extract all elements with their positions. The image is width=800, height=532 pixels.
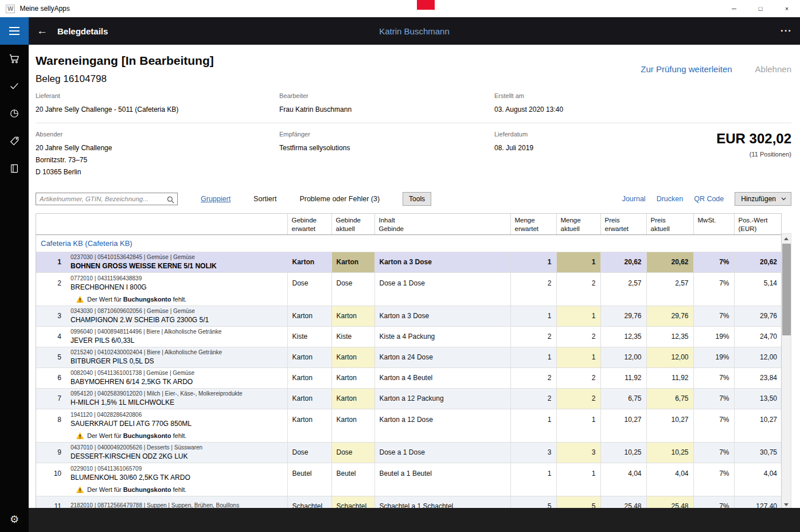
cell-gebinde-aktuell: Beutel	[331, 463, 374, 483]
journal-link[interactable]: Journal	[622, 195, 646, 203]
window-title: Meine sellyApps	[19, 5, 69, 13]
warning-empty-cell	[556, 293, 600, 306]
warning-empty-cell	[510, 293, 556, 306]
cell-mwst: 7%	[693, 272, 734, 293]
forward-for-review-link[interactable]: Zur Prüfung weiterleiten	[641, 64, 732, 74]
sidebar-item-journal[interactable]	[0, 155, 29, 182]
cell-menge-erwartet: 1	[510, 347, 556, 367]
cell-menge-erwartet: 1	[510, 252, 556, 272]
cell-menge-erwartet: 1	[510, 463, 556, 483]
print-link[interactable]: Drucken	[657, 195, 684, 203]
table-row[interactable]: 50215240 | 04102430002404 | Biere | Alko…	[36, 347, 782, 367]
sidebar-item-tasks[interactable]	[0, 72, 29, 100]
scroll-down-arrow[interactable]	[782, 500, 791, 508]
cell-preis-erwartet: 4,04	[600, 463, 646, 483]
cell-mwst: 7%	[693, 409, 734, 429]
scroll-up-arrow[interactable]	[782, 234, 791, 243]
grouped-link[interactable]: Gruppiert	[201, 195, 231, 203]
vertical-scrollbar[interactable]	[782, 233, 791, 508]
document-actions: Zur Prüfung weiterleitenAblehnen	[641, 64, 791, 74]
tools-button[interactable]: Tools	[403, 192, 431, 206]
table-row[interactable]: 10237030 | 05410153642845 | Gemüse | Gem…	[36, 252, 782, 272]
cell-gebinde-erwartet: Beutel	[287, 463, 331, 483]
cell-gebinde-aktuell: Karton	[331, 367, 374, 388]
info-row-1: Lieferant 20 Jahre Selly Challenge - 501…	[36, 85, 791, 123]
info-value: Frau Katrin Buschmann	[279, 104, 494, 116]
article-meta: 1941120 | 04028286420806	[71, 412, 283, 418]
reject-link[interactable]: Ablehnen	[755, 64, 791, 74]
cell-menge-aktuell: 2	[556, 367, 600, 388]
minimize-button[interactable]: ─	[721, 0, 747, 17]
sidebar-item-menu[interactable]	[0, 17, 29, 45]
warning-empty-cell	[600, 429, 646, 442]
article-name: SAUERKRAUT DELI ATG 770G 850ML	[71, 420, 283, 428]
table-row[interactable]: 100229010 | 05411361065709BLUMENKOHL 30/…	[36, 463, 782, 483]
chevron-down-icon	[781, 197, 786, 201]
table-row[interactable]: 40996040 | 04008948114496 | Biere | Alko…	[36, 326, 782, 347]
sidebar-item-labels[interactable]	[0, 127, 29, 155]
cell-warning: Der Wert für Buchungskonto fehlt.	[66, 483, 287, 496]
cell-gebinde-aktuell: Kiste	[331, 326, 374, 347]
table-row[interactable]: 20772010 | 04311596438839BRECHBOHNEN I 8…	[36, 272, 782, 293]
window-controls: ─ □ ×	[721, 0, 800, 17]
search-icon[interactable]	[167, 195, 174, 206]
page-content: Wareneingang [In Bearbeitung] Beleg 1610…	[29, 45, 800, 508]
qr-code-link[interactable]: QR Code	[694, 195, 724, 203]
table-row[interactable]: 112182010 | 08712566479788 | Suppen | Su…	[36, 496, 782, 508]
warning-empty-cell	[331, 293, 374, 306]
cell-gebinde-erwartet: Kiste	[287, 326, 331, 347]
article-name: BLUMENKOHL 30/60 2,5KG TK ARDO	[71, 474, 283, 482]
warning-icon	[76, 432, 84, 439]
cell-preis-aktuell: 25,48	[646, 496, 693, 508]
sidebar-item-cart[interactable]	[0, 45, 29, 72]
cell-gebinde-erwartet: Dose	[287, 442, 331, 463]
sorted-link[interactable]: Sortiert	[253, 195, 276, 203]
warning-empty-cell	[734, 429, 782, 442]
cell-gebinde-erwartet: Dose	[287, 272, 331, 293]
close-button[interactable]: ×	[774, 0, 800, 17]
warning-spacer	[36, 429, 66, 442]
scrollbar-track[interactable]	[782, 243, 791, 500]
cell-menge-aktuell: 1	[556, 463, 600, 483]
cell-gebinde-erwartet: Karton	[287, 306, 331, 326]
gear-icon: ⚙	[10, 513, 19, 526]
add-button[interactable]: Hinzufügen	[735, 192, 791, 206]
table-row[interactable]: 60082040 | 05411361001738 | Gemüse | Gem…	[36, 367, 782, 388]
article-meta: 2182010 | 08712566479788 | Suppen | Supp…	[71, 502, 283, 508]
cell-article: 0772010 | 04311596438839BRECHBOHNEN I 80…	[66, 272, 287, 293]
column-header: Menge erwartet	[510, 214, 556, 234]
cell-gebinde-aktuell: Dose	[331, 442, 374, 463]
sidebar-item-reports[interactable]	[0, 100, 29, 127]
group-header-label: Cafeteria KB (Cafeteria KB)	[36, 234, 782, 252]
table-row[interactable]: 30343030 | 08710609602056 | Gemüse | Gem…	[36, 306, 782, 326]
cell-menge-erwartet: 2	[510, 388, 556, 409]
cell-menge-aktuell: 2	[556, 272, 600, 293]
info-bearbeiter: Bearbeiter Frau Katrin Buschmann	[279, 92, 494, 116]
info-empfaenger: Empfänger Testfirma sellysolutions	[279, 131, 494, 178]
warning-empty-cell	[287, 483, 331, 496]
problems-filter-link[interactable]: Probleme oder Fehler (3)	[299, 195, 380, 203]
row-number: 8	[36, 409, 66, 429]
cell-preis-erwartet: 20,62	[600, 252, 646, 272]
cell-article: 0215240 | 04102430002404 | Biere | Alkoh…	[66, 347, 287, 367]
cell-gebinde-aktuell: Karton	[331, 388, 374, 409]
table-row[interactable]: 90437010 | 04000492005626 | Desserts | S…	[36, 442, 782, 463]
cell-article: 0437010 | 04000492005626 | Desserts | Sü…	[66, 442, 287, 463]
search-input[interactable]	[36, 193, 177, 205]
sidebar-item-settings[interactable]: ⚙	[0, 507, 29, 532]
cell-preis-aktuell: 2,57	[646, 272, 693, 293]
user-name[interactable]: Katrin Buschmann	[379, 26, 450, 36]
cell-wert: 29,76	[734, 306, 782, 326]
more-options-button[interactable]: ···	[781, 25, 792, 37]
cell-gebinde-erwartet: Karton	[287, 409, 331, 429]
column-header: Gebinde erwartet	[287, 214, 331, 234]
table-row[interactable]: 70954120 | 04025839012020 | Milch | Eier…	[36, 388, 782, 409]
maximize-button[interactable]: □	[747, 0, 774, 17]
table-row[interactable]: 81941120 | 04028286420806SAUERKRAUT DELI…	[36, 409, 782, 429]
warning-empty-cell	[374, 483, 510, 496]
group-header-row[interactable]: Cafeteria KB (Cafeteria KB)	[36, 234, 782, 252]
cell-wert: 24,70	[734, 326, 782, 347]
back-button[interactable]: ←	[37, 25, 54, 37]
cell-wert: 30,75	[734, 442, 782, 463]
scrollbar-thumb[interactable]	[782, 244, 791, 335]
